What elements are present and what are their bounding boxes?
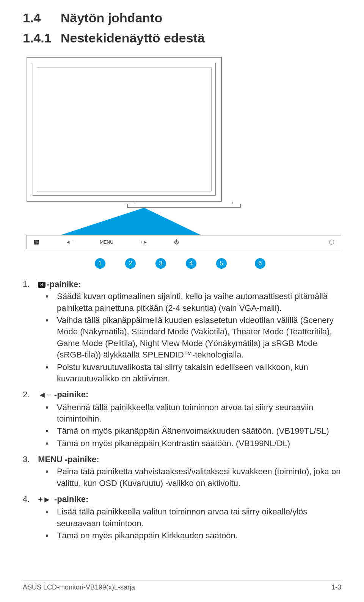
page-footer: ASUS LCD-monitori-VB199(x)L-sarja 1-3 xyxy=(23,580,341,591)
monitor-diagram: S ◄− MENU +► ⏻ 1 2 3 4 5 6 xyxy=(27,57,341,269)
item-number: 1. xyxy=(23,279,36,290)
bullet-text: Vaihda tällä pikanäppäimellä kuuden esia… xyxy=(46,315,341,361)
panel-power-icon: ⏻ xyxy=(174,239,179,245)
monitor-screen xyxy=(37,67,212,191)
monitor-stand-base xyxy=(127,204,241,208)
callout-badge-6: 6 xyxy=(255,258,265,269)
item-number: 4. xyxy=(23,494,36,505)
item-number: 2. xyxy=(23,389,36,400)
panel-menu-label: MENU xyxy=(100,240,113,245)
list-item: 2. ◄− -painike: Vähennä tällä painikkeel… xyxy=(23,389,341,449)
bullet-text: Vähennä tällä painikkeella valitun toimi… xyxy=(46,402,341,425)
monitor-bezel xyxy=(33,63,216,196)
footer-page-number: 1-3 xyxy=(331,583,341,591)
bullet-text: Poistu kuvaruutuvalikosta tai siirry tak… xyxy=(46,362,341,385)
heading-2-text: Nestekidenäyttö edestä xyxy=(61,31,205,45)
panel-s-button-icon: S xyxy=(34,240,39,245)
heading-1-number: 1.4 xyxy=(23,11,61,25)
bullet-text: Tämä on myös pikanäppäin Kirkkauden säät… xyxy=(46,530,341,541)
bullet-text: Säädä kuvan optimaalinen sijainti, kello… xyxy=(46,291,341,314)
callout-badge-5: 5 xyxy=(216,258,227,269)
panel-left-arrow-icon: ◄− xyxy=(66,239,73,245)
right-arrow-icon: +► xyxy=(38,494,51,505)
bullet-text: Tämä on myös pikanäppäin Äänenvoimakkuud… xyxy=(46,425,341,437)
item-title: -painike: xyxy=(52,494,89,504)
callout-badge-3: 3 xyxy=(155,258,166,269)
callout-badge-2: 2 xyxy=(125,258,136,269)
callout-badges: 1 2 3 4 5 6 xyxy=(95,251,341,269)
list-item: 4. +► -painike: Lisää tällä painikkeella… xyxy=(23,494,341,541)
heading-2-number: 1.4.1 xyxy=(23,31,61,45)
panel-led-icon xyxy=(329,240,334,245)
item-number: 3. xyxy=(23,454,36,465)
footer-left: ASUS LCD-monitori-VB199(x)L-sarja xyxy=(23,583,135,591)
item-title: -painike: xyxy=(52,390,89,399)
callout-triangle xyxy=(27,208,222,235)
callout-badge-1: 1 xyxy=(95,258,105,269)
item-title: MENU -painike: xyxy=(38,455,99,464)
callout-badge-4: 4 xyxy=(186,258,196,269)
left-arrow-icon: ◄− xyxy=(38,389,51,401)
s-button-icon: S xyxy=(38,282,46,288)
button-description-list: 1. S-painike: Säädä kuvan optimaalinen s… xyxy=(23,279,341,542)
list-item: 1. S-painike: Säädä kuvan optimaalinen s… xyxy=(23,279,341,384)
list-item: 3. MENU -painike: Paina tätä painiketta … xyxy=(23,454,341,489)
bullet-text: Tämä on myös pikanäppäin Kontrastin säät… xyxy=(46,438,341,449)
bullet-text: Lisää tällä painikkeella valitun toiminn… xyxy=(46,506,341,529)
bullet-text: Paina tätä painiketta vahvistaaksesi/val… xyxy=(46,466,341,489)
heading-2: 1.4.1Nestekidenäyttö edestä xyxy=(23,31,341,45)
panel-right-arrow-icon: +► xyxy=(140,239,147,245)
heading-1-text: Näytön johdanto xyxy=(61,11,162,25)
button-panel: S ◄− MENU +► ⏻ xyxy=(27,235,341,249)
monitor-outline xyxy=(27,57,222,202)
item-title: -painike: xyxy=(47,279,81,289)
heading-1: 1.4Näytön johdanto xyxy=(23,11,341,25)
